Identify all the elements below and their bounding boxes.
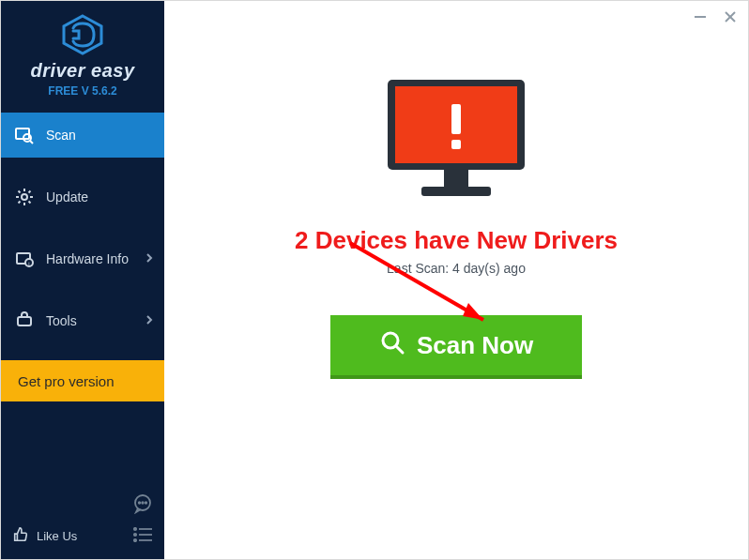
svg-point-14 bbox=[142, 502, 144, 504]
minimize-button[interactable] bbox=[692, 8, 709, 25]
svg-line-6 bbox=[30, 141, 33, 144]
brand-name: driver easy bbox=[30, 60, 134, 82]
gear-icon bbox=[14, 187, 35, 207]
sidebar-nav: Scan Update i bbox=[1, 113, 164, 360]
brand-version: FREE V 5.6.2 bbox=[48, 84, 116, 98]
svg-line-29 bbox=[396, 346, 403, 353]
get-pro-button[interactable]: Get pro version bbox=[1, 360, 164, 401]
app-window: driver easy FREE V 5.6.2 Scan bbox=[0, 0, 749, 560]
sidebar-footer-icons bbox=[132, 493, 153, 546]
last-scan-label: Last Scan: 4 day(s) ago bbox=[387, 261, 526, 276]
scan-now-button[interactable]: Scan Now bbox=[330, 315, 582, 379]
close-button[interactable] bbox=[722, 8, 739, 25]
logo-icon bbox=[60, 14, 105, 55]
svg-text:i: i bbox=[28, 261, 29, 266]
svg-point-7 bbox=[22, 194, 27, 200]
menu-icon[interactable] bbox=[132, 527, 153, 546]
search-icon bbox=[379, 329, 405, 362]
svg-rect-25 bbox=[451, 140, 461, 149]
svg-rect-27 bbox=[421, 187, 491, 196]
sidebar-item-update[interactable]: Update bbox=[1, 174, 164, 219]
svg-rect-11 bbox=[18, 317, 31, 325]
scan-now-label: Scan Now bbox=[417, 331, 533, 360]
sidebar: driver easy FREE V 5.6.2 Scan bbox=[1, 1, 164, 559]
sidebar-item-label: Scan bbox=[46, 128, 76, 143]
get-pro-label: Get pro version bbox=[18, 373, 115, 389]
svg-point-13 bbox=[139, 502, 141, 504]
main-content: 2 Devices have New Drivers Last Scan: 4 … bbox=[164, 1, 748, 559]
svg-point-18 bbox=[134, 534, 136, 536]
tools-icon bbox=[14, 310, 35, 331]
like-us-label: Like Us bbox=[37, 529, 77, 543]
sidebar-item-hardware[interactable]: i Hardware Info bbox=[1, 236, 164, 281]
svg-point-16 bbox=[134, 528, 136, 530]
svg-rect-24 bbox=[451, 104, 461, 134]
alert-monitor-graphic bbox=[376, 74, 536, 209]
brand-block: driver easy FREE V 5.6.2 bbox=[1, 1, 164, 107]
like-us-button[interactable]: Like Us bbox=[12, 526, 77, 546]
status-headline: 2 Devices have New Drivers bbox=[295, 226, 618, 255]
svg-rect-26 bbox=[444, 170, 468, 187]
scan-icon bbox=[14, 125, 35, 145]
sidebar-item-scan[interactable]: Scan bbox=[1, 113, 164, 158]
sidebar-footer: Like Us bbox=[1, 484, 164, 559]
svg-point-15 bbox=[145, 502, 147, 504]
feedback-icon[interactable] bbox=[132, 493, 153, 518]
sidebar-item-tools[interactable]: Tools bbox=[1, 298, 164, 343]
chevron-right-icon bbox=[145, 251, 153, 266]
sidebar-item-label: Hardware Info bbox=[46, 251, 129, 266]
sidebar-item-label: Update bbox=[46, 189, 88, 204]
svg-marker-3 bbox=[64, 16, 101, 53]
thumbs-up-icon bbox=[12, 526, 29, 546]
hardware-icon: i bbox=[14, 249, 35, 269]
svg-point-20 bbox=[134, 539, 136, 541]
window-controls bbox=[692, 8, 739, 25]
sidebar-item-label: Tools bbox=[46, 313, 77, 328]
chevron-right-icon bbox=[145, 313, 153, 328]
